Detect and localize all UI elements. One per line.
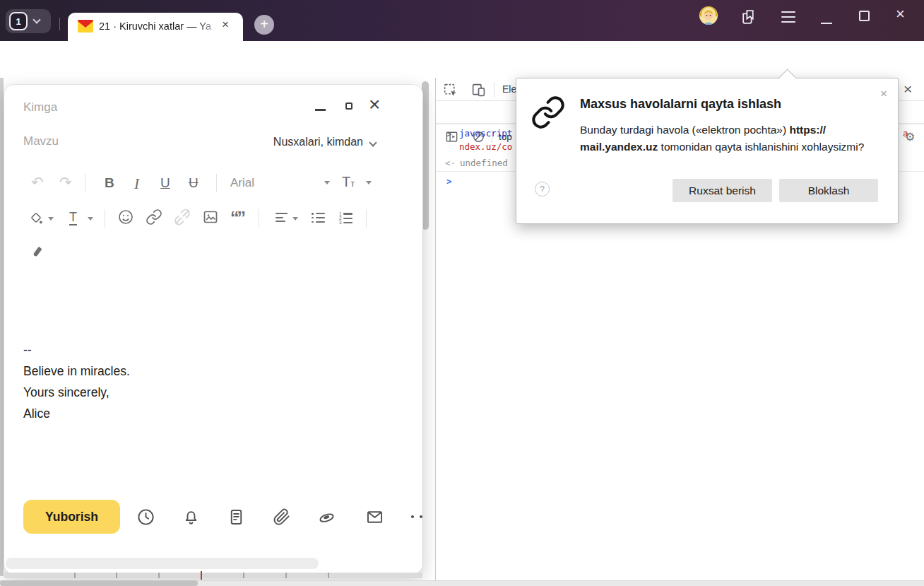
to-field[interactable]: Kimga: [23, 100, 57, 115]
divider: [259, 209, 259, 228]
bold-button[interactable]: B: [105, 175, 114, 191]
devtools-close-icon[interactable]: ×: [904, 81, 912, 98]
browser-titlebar: 1 21 · Kiruvchi xatlar — Ya × + ×: [0, 0, 924, 41]
dialog-body: Bunday turdagi havola («elektron pochta»…: [580, 122, 894, 155]
text-color-button[interactable]: T: [69, 211, 77, 225]
ruler-tick: [158, 573, 160, 578]
dialog-title: Maxsus havolalarni qayta ishlash: [580, 97, 781, 112]
bookmarks-panel-icon[interactable]: [740, 8, 758, 25]
numbered-list-icon[interactable]: 1 2 3: [339, 213, 353, 223]
window-minimize-button[interactable]: [821, 23, 832, 24]
console-result-value: undefined: [460, 158, 508, 168]
italic-button[interactable]: I: [134, 175, 139, 193]
compose-window: Kimga × Mavzu Nusxalari, kimdan ↶ ↷ B I …: [4, 85, 422, 574]
caret-down-icon: [292, 217, 298, 221]
divider: [494, 83, 494, 97]
compose-close-icon[interactable]: ×: [369, 93, 380, 116]
ruler-tick: [74, 573, 76, 578]
divider: [216, 174, 217, 192]
protocol-handler-dialog: Maxsus havolalarni qayta ishlash Bunday …: [516, 78, 899, 224]
ruler-red-marker: [201, 571, 202, 580]
quote-icon[interactable]: “”: [230, 208, 244, 228]
caret-down-icon: [324, 181, 330, 184]
window-maximize-button[interactable]: [859, 11, 870, 21]
attach-from-mail-icon[interactable]: [365, 508, 384, 527]
help-icon[interactable]: ?: [535, 182, 550, 197]
tab-close-icon[interactable]: ×: [222, 18, 229, 32]
insert-image-icon[interactable]: [202, 209, 219, 225]
chevron-down-icon: [369, 139, 377, 146]
device-toolbar-icon[interactable]: [471, 83, 486, 98]
send-button[interactable]: Yuborish: [23, 500, 120, 534]
strikethrough-button[interactable]: U: [189, 175, 199, 191]
body-line: --: [23, 339, 130, 361]
browser-tab[interactable]: 21 · Kiruvchi xatlar — Ya ×: [68, 13, 243, 41]
redo-button[interactable]: ↷: [59, 174, 72, 191]
divider: [105, 209, 105, 228]
block-button[interactable]: Bloklash: [779, 179, 878, 202]
chevron-down-icon: [32, 16, 40, 23]
console-input-echo: javascript: [459, 128, 512, 139]
yandex-mail-favicon: [78, 20, 93, 33]
tab-title: 21 · Kiruvchi xatlar — Ya: [99, 20, 220, 35]
ruler-tick: [243, 573, 244, 578]
inspect-element-icon[interactable]: [443, 83, 458, 98]
font-family-select[interactable]: Arial: [230, 176, 254, 190]
body-line: Alice: [23, 403, 130, 424]
compose-restore-button[interactable]: [345, 102, 353, 110]
caret-down-icon: [366, 181, 372, 184]
divider: [85, 174, 85, 192]
message-body[interactable]: -- Believe in miracles. Yours sincerely,…: [23, 339, 130, 424]
expand-chevron[interactable]: >: [446, 129, 452, 139]
caret-down-icon: [48, 217, 54, 221]
page-vertical-scrollbar[interactable]: [422, 81, 429, 230]
divider: [59, 18, 60, 30]
body-url-part2: mail.yandex.uz: [580, 141, 658, 153]
avatar[interactable]: [699, 6, 718, 25]
body-text: Bunday turdagi havola («elektron pochta»…: [580, 124, 789, 136]
body-url-part1: https://: [789, 124, 826, 136]
page-edge: [0, 78, 4, 576]
font-size-button[interactable]: Tт: [342, 174, 355, 190]
underline-button[interactable]: U: [160, 175, 170, 191]
console-input-echo-line2: ndex.uz/co: [459, 141, 512, 152]
ruler-tick: [328, 573, 329, 578]
yandex-disk-icon[interactable]: [317, 508, 336, 527]
dialog-close-icon[interactable]: ×: [880, 87, 887, 101]
compose-minimize-button[interactable]: [315, 109, 326, 111]
allow-button[interactable]: Ruxsat berish: [673, 179, 772, 202]
body-text: tomonidan qayta ishlanishini xohlaysizmi…: [658, 141, 864, 153]
fill-color-icon[interactable]: [28, 210, 44, 225]
subject-field[interactable]: Mavzu: [23, 134, 59, 148]
page-ruler: [4, 573, 422, 578]
horizontal-scrollbar-thumb[interactable]: [0, 580, 198, 586]
caret-down-icon: [88, 217, 93, 221]
body-line: Yours sincerely,: [23, 382, 130, 403]
divider: [366, 209, 367, 228]
compose-horizontal-scrollbar[interactable]: [6, 558, 319, 569]
clear-formatting-icon[interactable]: [30, 245, 45, 260]
tab-group-chip[interactable]: 1: [6, 9, 51, 33]
align-icon[interactable]: [276, 213, 288, 222]
font-size-glyph-small: т: [350, 178, 355, 189]
cc-from-toggle[interactable]: Nusxalari, kimdan: [244, 136, 363, 148]
new-tab-button[interactable]: +: [254, 15, 274, 35]
emoji-icon[interactable]: [117, 209, 134, 225]
undo-button[interactable]: ↶: [31, 174, 44, 191]
remove-link-icon[interactable]: [174, 209, 191, 225]
more-options-icon[interactable]: [411, 515, 427, 518]
insert-link-icon[interactable]: [146, 209, 162, 225]
window-close-button[interactable]: ×: [896, 5, 905, 23]
template-icon[interactable]: [227, 508, 246, 527]
tab-group-count-badge[interactable]: 1: [9, 12, 28, 30]
reminder-icon[interactable]: [182, 508, 201, 527]
schedule-send-icon[interactable]: [136, 508, 155, 527]
bulleted-list-icon[interactable]: [312, 213, 325, 223]
ruler-tick: [116, 573, 117, 578]
console-prompt[interactable]: >: [446, 176, 452, 187]
attach-file-icon[interactable]: [272, 508, 291, 527]
link-chain-icon: [531, 93, 566, 132]
font-size-glyph: T: [342, 174, 350, 189]
menu-icon[interactable]: [781, 11, 795, 23]
body-line: Believe in miracles.: [23, 361, 130, 382]
